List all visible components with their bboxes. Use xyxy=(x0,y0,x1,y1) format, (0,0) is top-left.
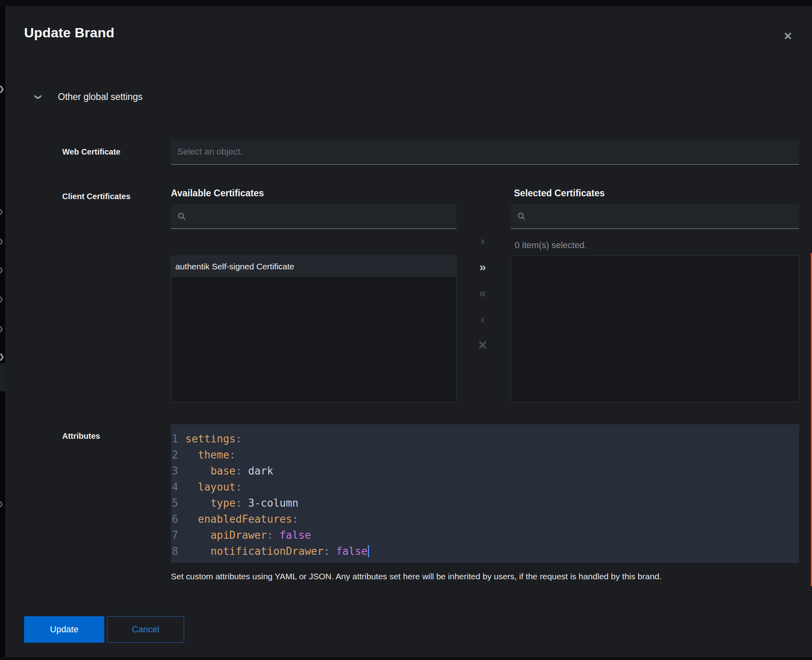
selected-certificates-list xyxy=(511,256,799,402)
line-number: 5 xyxy=(171,495,185,511)
close-icon[interactable]: ✕ xyxy=(780,28,796,44)
client-certificates-label: Client Certificates xyxy=(62,192,130,201)
move-selected-left-icon[interactable]: ‹ xyxy=(471,307,495,331)
sidebar-chevron-icon: ❯ xyxy=(0,326,4,332)
update-button[interactable]: Update xyxy=(24,616,104,643)
page-backdrop-bottom xyxy=(0,657,812,660)
web-certificate-label: Web Certificate xyxy=(62,147,120,157)
sidebar-chevron-icon: ❯ xyxy=(0,501,4,507)
move-selected-right-icon[interactable]: › xyxy=(471,229,495,253)
cancel-button[interactable]: Cancel xyxy=(107,616,184,643)
update-brand-modal: ❯❯❯❯❯❯❯❯ Update Brand ✕ ❯ Other global s… xyxy=(0,0,812,660)
remove-selected-icon[interactable]: ✕ xyxy=(471,333,495,357)
search-icon xyxy=(517,212,526,221)
search-icon xyxy=(177,212,186,221)
code-line: 2 theme: xyxy=(171,447,799,463)
line-number: 7 xyxy=(171,527,185,543)
selected-search-input[interactable] xyxy=(526,212,799,221)
clipped-sidebar: ❯❯❯❯❯❯❯❯ xyxy=(0,6,5,660)
dual-list-transfer-controls: ›»«‹✕ xyxy=(469,229,497,359)
available-search-input[interactable] xyxy=(186,212,457,221)
sidebar-chevron-icon: ❯ xyxy=(0,267,4,273)
selected-search-box xyxy=(511,204,799,229)
sidebar-chevron-icon: ❯ xyxy=(0,238,4,244)
section-label: Other global settings xyxy=(58,92,142,102)
line-number: 3 xyxy=(171,463,185,479)
line-number: 4 xyxy=(171,479,185,495)
move-all-left-icon[interactable]: « xyxy=(471,281,495,305)
attributes-label: Attributes xyxy=(62,432,100,441)
code-line: 1settings: xyxy=(171,431,799,447)
sidebar-active-item xyxy=(0,363,5,391)
line-number: 2 xyxy=(171,447,185,463)
attributes-help-text: Set custom attributes using YAML or JSON… xyxy=(171,572,781,581)
available-certificates-list: authentik Self-signed Certificate xyxy=(171,256,457,402)
sidebar-chevron-icon: ❯ xyxy=(0,354,4,360)
line-number: 8 xyxy=(171,543,185,559)
web-certificate-input[interactable] xyxy=(171,139,799,165)
sidebar-chevron-icon: ❯ xyxy=(0,209,4,214)
modal-title: Update Brand xyxy=(24,25,114,41)
available-certificates-heading: Available Certificates xyxy=(171,188,264,199)
text-cursor xyxy=(368,545,369,557)
code-line: 7 apiDrawer: false xyxy=(171,527,799,543)
code-line: 5 type: 3-column xyxy=(171,495,799,511)
section-other-global-settings[interactable]: ❯ Other global settings xyxy=(35,92,142,102)
page-backdrop-top xyxy=(0,0,812,6)
code-line: 8 notificationDrawer: false xyxy=(171,543,799,559)
available-certificate-item[interactable]: authentik Self-signed Certificate xyxy=(171,256,456,277)
sidebar-chevron-icon: ❯ xyxy=(0,86,4,92)
available-search-box xyxy=(171,204,457,229)
code-line: 4 layout: xyxy=(171,479,799,495)
selected-count-status: 0 item(s) selected. xyxy=(515,240,587,251)
line-number: 6 xyxy=(171,511,185,527)
line-number: 1 xyxy=(171,431,185,447)
selected-certificates-heading: Selected Certificates xyxy=(514,188,605,199)
sidebar-chevron-icon: ❯ xyxy=(0,296,4,302)
code-line: 6 enabledFeatures: xyxy=(171,511,799,527)
chevron-down-icon: ❯ xyxy=(34,94,43,100)
code-line: 3 base: dark xyxy=(171,463,799,479)
move-all-right-icon[interactable]: » xyxy=(471,255,495,279)
attributes-code-editor[interactable]: 1settings:2 theme:3 base: dark4 layout:5… xyxy=(171,424,799,563)
